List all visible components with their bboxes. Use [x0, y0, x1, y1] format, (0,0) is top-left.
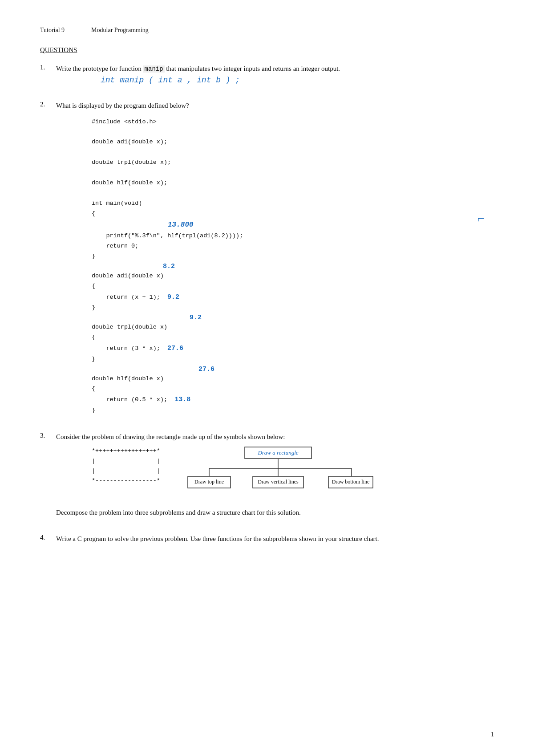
- hlf-input-annotation: 27.6: [198, 365, 494, 374]
- code-line-include: #include <stdio.h>: [92, 117, 494, 127]
- structure-chart: Draw a rectangle Draw top line: [187, 446, 374, 501]
- code-line-blank3: [92, 168, 494, 178]
- code-line-ad1-sig: double ad1(double x): [92, 271, 494, 281]
- code-line-trpl-close: }: [92, 354, 494, 365]
- code-line-hlf-sig: double hlf(double x): [92, 374, 494, 384]
- q2-body: What is displayed by the program defined…: [56, 101, 494, 416]
- header: Tutorial 9 Modular Programming: [40, 27, 494, 34]
- questions-heading: QUESTIONS: [40, 46, 494, 54]
- q4-number: 4.: [40, 534, 51, 541]
- code-line-return0: return 0;: [92, 241, 494, 252]
- question-3: 3. Consider the problem of drawing the r…: [40, 432, 494, 518]
- code-line-trpl-sig: double trpl(double x): [92, 322, 494, 333]
- q3-text: Consider the problem of drawing the rect…: [56, 432, 494, 442]
- q3-body: Consider the problem of drawing the rect…: [56, 432, 494, 518]
- q4-body: Write a C program to solve the previous …: [56, 534, 494, 546]
- hlf-return-annotation: 13.8: [174, 396, 190, 403]
- ad1-input-annotation: 8.2: [163, 262, 494, 271]
- decompose-text: Decompose the problem into three subprob…: [56, 508, 494, 518]
- ascii-rect: *+++++++++++++++++* | | | | *-----------…: [92, 446, 160, 486]
- main-body-block: { 13.800 ⌐ printf("%.3f\n", hlf(trpl(ad1…: [92, 209, 494, 262]
- code-line-ad1-return: return (x + 1); 9.2: [92, 292, 494, 303]
- svg-text:Draw a rectangle: Draw a rectangle: [257, 449, 298, 456]
- question-2: 2. What is displayed by the program defi…: [40, 101, 494, 416]
- tutorial-label: Tutorial 9: [40, 27, 65, 34]
- code-line-blank1: [92, 127, 494, 137]
- code-block: #include <stdio.h> double ad1(double x);…: [92, 117, 494, 416]
- manip-code-inline: manip: [143, 65, 165, 73]
- code-line-hlf-open: {: [92, 384, 494, 394]
- question-4: 4. Write a C program to solve the previo…: [40, 534, 494, 546]
- code-line-trpl-proto: double trpl(double x);: [92, 158, 494, 168]
- page-number: 1: [491, 731, 494, 738]
- prototype-answer: int manip ( int a , int b ) ;: [101, 76, 494, 85]
- q2-number: 2.: [40, 101, 51, 108]
- code-line-ad1-close: }: [92, 303, 494, 313]
- code-line-main-sig: int main(void): [92, 199, 494, 209]
- structure-chart-svg: Draw a rectangle Draw top line: [187, 446, 374, 500]
- code-line-ad1-proto: double ad1(double x);: [92, 137, 494, 147]
- rect-diagram-area: *+++++++++++++++++* | | | | *-----------…: [92, 446, 494, 501]
- question-list: 1. Write the prototype for function mani…: [40, 64, 494, 545]
- curly-arrow-annotation: ⌐: [477, 208, 485, 229]
- code-line-blank2: [92, 147, 494, 158]
- q2-text: What is displayed by the program defined…: [56, 101, 494, 111]
- code-line-ad1-open: {: [92, 281, 494, 292]
- ad1-return-annotation: 9.2: [167, 293, 179, 301]
- q1-number: 1.: [40, 64, 51, 71]
- code-line-hlf-close: }: [92, 406, 494, 416]
- q1-body: Write the prototype for function manip t…: [56, 64, 494, 85]
- q1-text: Write the prototype for function manip t…: [56, 64, 494, 74]
- q4-text: Write a C program to solve the previous …: [56, 534, 494, 544]
- code-line-trpl-return: return (3 * x); 27.6: [92, 343, 494, 354]
- code-line-printf: printf("%.3f\n", hlf(trpl(ad1(8.2))));: [92, 231, 494, 241]
- trpl-input-annotation: 9.2: [190, 313, 494, 322]
- topic-label: Modular Programming: [91, 27, 149, 34]
- svg-text:Draw bottom line: Draw bottom line: [332, 479, 370, 485]
- trpl-return-annotation: 27.6: [167, 345, 183, 352]
- code-line-trpl-open: {: [92, 333, 494, 343]
- question-1: 1. Write the prototype for function mani…: [40, 64, 494, 85]
- code-line-close-brace-main: }: [92, 252, 494, 262]
- svg-text:Draw vertical lines: Draw vertical lines: [258, 479, 299, 485]
- main-annotation-val: 13.800: [168, 221, 194, 229]
- code-line-open-brace: { 13.800: [92, 209, 494, 231]
- code-line-hlf-proto: double hlf(double x);: [92, 178, 494, 188]
- code-line-blank4: [92, 188, 494, 199]
- svg-text:Draw top line: Draw top line: [194, 479, 224, 485]
- q3-number: 3.: [40, 432, 51, 439]
- code-line-hlf-return: return (0.5 * x); 13.8: [92, 394, 494, 406]
